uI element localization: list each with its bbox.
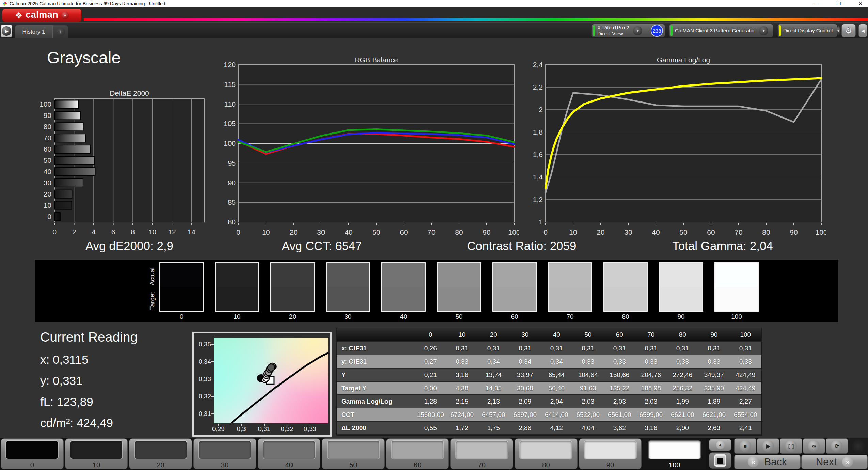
pattern-bar-controls: ▲ ■▶[··]∞⟳ « Back Next »: [707, 438, 868, 470]
current-reading-value: fL: 123,89: [40, 395, 138, 409]
table-row[interactable]: y: CIE310,270,330,340,340,340,330,330,33…: [337, 355, 761, 369]
table-cell: 0,55: [415, 422, 446, 434]
table-cell: 0,31: [509, 342, 541, 355]
grayscale-swatch: 50: [437, 262, 481, 320]
pattern-level-button-50[interactable]: 50: [322, 438, 385, 469]
table-header-cell: 70: [635, 328, 667, 341]
table-cell: 0,33: [667, 355, 698, 368]
meter-dropdown[interactable]: X-Rite i1Pro 2 Direct View ▼: [592, 24, 649, 37]
next-label: Next: [816, 456, 837, 468]
table-cell: 0,33: [698, 355, 730, 368]
tab-scroll-button[interactable]: ▶: [1, 25, 12, 37]
table-cell: 0,31: [698, 342, 730, 355]
current-reading-value: x: 0,3115: [40, 353, 138, 366]
table-header-cell: 30: [509, 328, 541, 341]
table-cell: 0,31: [446, 342, 478, 355]
cie-y-tick-label: 0,35: [195, 341, 211, 348]
pattern-level-button-0[interactable]: 0: [1, 438, 64, 469]
table-row[interactable]: Gamma Log/Log1,282,152,132,092,042,032,0…: [337, 395, 761, 408]
cie-x-tick-label: 0,32: [278, 425, 297, 433]
svg-text:95: 95: [228, 159, 236, 167]
meter-chevron-down-icon[interactable]: ▼: [633, 26, 642, 35]
collapse-panel-button[interactable]: ◀: [858, 24, 867, 37]
pattern-level-button-90[interactable]: 90: [579, 438, 642, 469]
table-cell: 0,31: [635, 342, 667, 355]
cie-overlay: [214, 338, 328, 423]
table-cell: 6621,00: [667, 408, 698, 421]
pattern-level-button-80[interactable]: 80: [515, 438, 578, 469]
display-control-dropdown[interactable]: Direct Display Control ▼: [777, 24, 837, 37]
step-icon: [··]: [785, 440, 797, 452]
step-button[interactable]: [··]: [780, 438, 802, 454]
svg-text:12: 12: [168, 228, 176, 236]
svg-text:0: 0: [52, 228, 57, 236]
table-cell: 272,46: [667, 369, 698, 381]
pattern-level-button-10[interactable]: 10: [65, 438, 128, 469]
table-cell: 0,31: [667, 342, 698, 355]
minimize-icon[interactable]: —: [814, 1, 819, 6]
table-cell: 13,74: [478, 369, 509, 381]
table-cell: 0,33: [604, 355, 635, 368]
svg-text:10: 10: [569, 228, 577, 236]
table-row[interactable]: Target Y0,004,3814,0530,6856,4091,63135,…: [337, 382, 761, 395]
svg-text:50: 50: [44, 156, 51, 164]
pattern-level-button-30[interactable]: 30: [193, 438, 256, 469]
svg-text:100: 100: [40, 100, 51, 108]
measurement-table[interactable]: 0102030405060708090100x: CIE310,260,310,…: [336, 328, 762, 436]
calman-menu-chevron-down-icon[interactable]: ▼: [61, 12, 69, 19]
table-row[interactable]: Y0,213,1613,7433,9765,44104,84150,66204,…: [337, 369, 761, 382]
table-header-cell: 90: [698, 328, 730, 341]
display-control-chevron-down-icon[interactable]: ▼: [837, 26, 840, 35]
pattern-level-button-20[interactable]: 20: [129, 438, 192, 469]
pattern-generator-label: CalMAN Client 3 Pattern Generator: [675, 28, 755, 34]
pattern-bar-expand-button[interactable]: ▲: [709, 439, 731, 451]
refresh-button[interactable]: ⟳: [826, 438, 848, 454]
settings-button[interactable]: ⚙: [841, 24, 856, 37]
table-cell: 150,66: [604, 369, 635, 381]
grayscale-swatch: 40: [381, 262, 426, 320]
pattern-generator-chevron-down-icon[interactable]: ▼: [759, 26, 768, 35]
svg-text:70: 70: [735, 228, 742, 236]
loop-icon: ∞: [808, 440, 820, 452]
calman-menu-button[interactable]: ❖ calman ▼: [2, 9, 82, 22]
svg-text:80: 80: [44, 123, 51, 130]
table-row[interactable]: x: CIE310,260,310,310,310,310,310,310,31…: [337, 342, 761, 355]
add-tab-button[interactable]: +: [52, 25, 68, 38]
pattern-level-button-40[interactable]: 40: [258, 438, 321, 469]
cie-chart: 0,350,340,330,320,310,290,30,310,320,33: [192, 332, 332, 437]
table-cell: 6554,00: [730, 408, 761, 421]
window-title: Calman 2025 Calman Ultimate for Business…: [10, 1, 165, 6]
loop-button[interactable]: ∞: [803, 438, 825, 454]
pattern-level-button-70[interactable]: 70: [450, 438, 513, 469]
table-header-cell: 60: [604, 328, 635, 341]
pattern-generator-dropdown[interactable]: CalMAN Client 3 Pattern Generator ▼: [669, 24, 773, 37]
table-cell: 2,88: [509, 422, 541, 434]
tab-history-1[interactable]: History 1: [15, 25, 52, 38]
meter-count-badge[interactable]: 238: [651, 25, 663, 37]
cie-y-tick-label: 0,32: [195, 393, 211, 400]
back-button[interactable]: « Back: [734, 455, 801, 469]
table-row[interactable]: CCT15600,006724,006457,006397,006414,006…: [337, 408, 761, 422]
next-button[interactable]: Next »: [801, 455, 868, 469]
svg-text:40: 40: [44, 168, 51, 175]
table-header-cell: 0: [415, 328, 446, 341]
table-row-label: y: CIE31: [337, 355, 415, 368]
close-icon[interactable]: ✕: [858, 1, 863, 6]
stop-button[interactable]: ■: [734, 438, 756, 454]
grayscale-strip-panel: Actual Target 0102030405060708090100: [35, 260, 838, 322]
play-button[interactable]: ▶: [757, 438, 779, 454]
table-header-cell: 50: [572, 328, 604, 341]
svg-text:20: 20: [597, 228, 604, 236]
svg-text:2: 2: [72, 228, 76, 236]
pattern-level-button-60[interactable]: 60: [386, 438, 449, 469]
pattern-level-button-100[interactable]: 100: [643, 438, 706, 469]
deltae-bar-chart: 024681012141009080706050403020100: [34, 95, 208, 239]
table-cell: 424,49: [730, 369, 761, 381]
maximize-icon[interactable]: ❐: [837, 1, 841, 6]
table-row-label: x: CIE31: [337, 342, 415, 355]
table-header-cell: 100: [730, 328, 761, 341]
spectrum-gradient-bar: [84, 18, 868, 21]
table-row[interactable]: ΔE 20000,551,721,752,884,124,043,623,162…: [337, 422, 761, 435]
pattern-window-button[interactable]: [709, 452, 731, 469]
table-cell: 335,90: [698, 382, 730, 394]
